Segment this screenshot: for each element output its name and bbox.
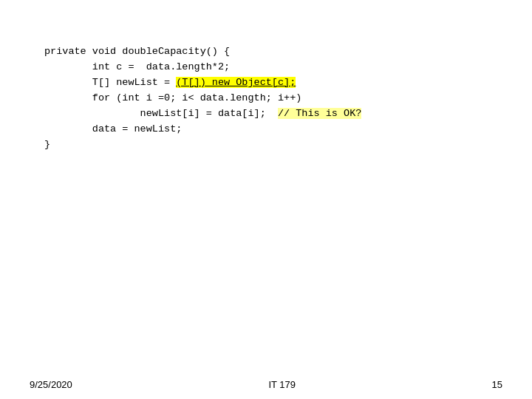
footer-date: 9/25/2020 [30,379,72,390]
code-line5: newList[i] = data[i]; // This is OK? [44,108,361,119]
code-line7: } [44,139,50,150]
newlist-highlighted: (T[]) new Object[c]; [176,77,296,88]
code-block: private void doubleCapacity() { int c = … [44,44,488,152]
code-line2: int c = data.length*2; [44,61,230,72]
comment: // This is OK? [278,108,361,119]
footer-page: 15 [492,379,502,390]
footer: 9/25/2020 IT 179 15 [0,372,532,399]
footer-course: IT 179 [268,379,296,390]
slide: private void doubleCapacity() { int c = … [0,0,532,399]
code-line1: private void doubleCapacity() { [44,46,230,57]
code-section: private void doubleCapacity() { int c = … [0,0,532,372]
code-line6: data = newList; [44,123,182,134]
code-line3: T[] newList = (T[]) new Object[c]; [44,77,296,88]
code-line4: for (int i =0; i< data.length; i++) [44,92,301,103]
